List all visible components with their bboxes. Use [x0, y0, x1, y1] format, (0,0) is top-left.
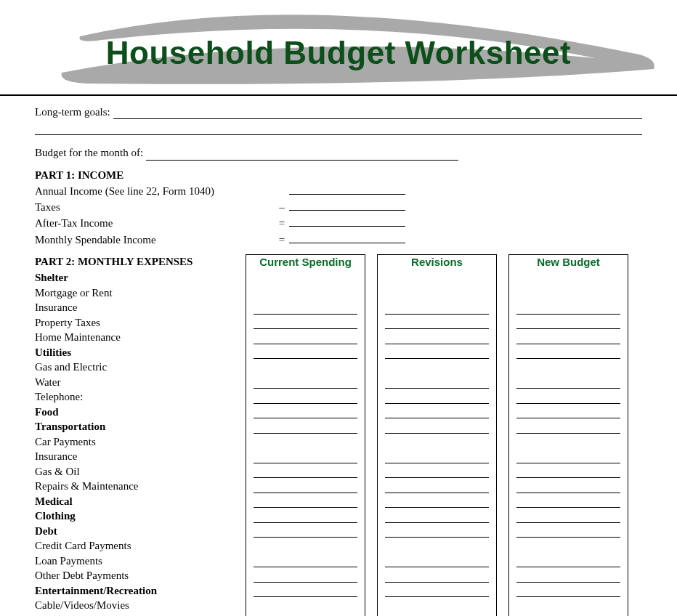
expense-blank[interactable] [254, 482, 357, 493]
expense-spacer [516, 538, 620, 553]
budget-month-field: Budget for the month of: [35, 145, 642, 160]
expense-spacer [254, 434, 357, 449]
income-section: Annual Income (See line 22, Form 1040)Ta… [35, 184, 642, 247]
expense-blank[interactable] [516, 453, 620, 463]
income-row: Monthly Spendable Income= [35, 232, 642, 247]
column-header: Revisions [385, 255, 489, 285]
expense-blank[interactable] [516, 527, 620, 538]
expense-blank[interactable] [516, 572, 620, 583]
expense-blank[interactable] [254, 453, 357, 463]
expense-blank[interactable] [254, 556, 357, 567]
expense-blank[interactable] [516, 378, 620, 389]
expense-blank[interactable] [385, 423, 489, 434]
income-blank[interactable] [289, 184, 405, 195]
expense-blank[interactable] [516, 393, 620, 404]
expense-item: Loan Payments [35, 554, 246, 569]
expense-item: Insurance [35, 300, 246, 315]
long-term-goals-label: Long-term goals: [35, 105, 113, 119]
new-budget-column: New Budget [508, 254, 628, 616]
expense-blank[interactable] [254, 467, 357, 478]
income-blank[interactable] [289, 216, 405, 227]
expense-item: Repairs & Maintenance [35, 479, 246, 494]
expense-blank[interactable] [254, 393, 357, 404]
expense-spacer [516, 434, 620, 449]
income-label: After-Tax Income [35, 216, 275, 230]
expense-blank[interactable] [254, 333, 357, 344]
expense-blank[interactable] [385, 378, 489, 389]
expense-spacer [385, 597, 489, 612]
expense-blank[interactable] [254, 512, 357, 523]
expense-spacer [516, 359, 620, 374]
expense-blank[interactable] [254, 497, 357, 508]
column-header: Current Spending [254, 255, 357, 285]
expense-blank[interactable] [516, 497, 620, 508]
income-label: Taxes [35, 200, 275, 214]
expense-blank[interactable] [254, 586, 357, 597]
current-spending-column: Current Spending [246, 254, 365, 616]
expense-spacer [385, 359, 489, 374]
expense-table: PART 2: MONTHLY EXPENSES ShelterMortgage… [35, 254, 642, 616]
expense-blank[interactable] [385, 572, 489, 583]
expense-blank[interactable] [385, 318, 489, 329]
page-title: Household Budget Worksheet [0, 35, 677, 71]
income-label: Monthly Spendable Income [35, 232, 275, 247]
expense-spacer [385, 285, 489, 300]
expense-blank[interactable] [385, 348, 489, 359]
expense-blank[interactable] [254, 348, 357, 359]
expense-blank[interactable] [385, 453, 489, 463]
long-term-goals-line2[interactable] [35, 122, 642, 135]
expense-blank[interactable] [254, 318, 357, 329]
expense-category: Clothing [35, 508, 246, 524]
expense-item: Water [35, 375, 246, 390]
expense-blank[interactable] [385, 586, 489, 597]
income-label: Annual Income (See line 22, Form 1040) [35, 184, 275, 198]
expense-blank[interactable] [516, 586, 620, 597]
expense-spacer [254, 359, 357, 374]
expense-blank[interactable] [254, 527, 357, 538]
expense-blank[interactable] [516, 333, 620, 344]
income-row: Taxes– [35, 200, 642, 214]
income-blank[interactable] [289, 200, 405, 211]
expense-blank[interactable] [254, 304, 357, 315]
expense-blank[interactable] [516, 348, 620, 359]
revisions-column: Revisions [377, 254, 497, 616]
expense-blank[interactable] [254, 408, 357, 418]
expense-blank[interactable] [385, 527, 489, 538]
expense-blank[interactable] [385, 482, 489, 493]
expense-blank[interactable] [385, 512, 489, 523]
expense-spacer [254, 538, 357, 553]
expense-blank[interactable] [385, 393, 489, 404]
expense-blank[interactable] [516, 423, 620, 434]
expense-blank[interactable] [385, 333, 489, 344]
expense-blank[interactable] [516, 556, 620, 567]
expense-blank[interactable] [516, 467, 620, 478]
expense-blank[interactable] [385, 497, 489, 508]
expense-item: Mortgage or Rent [35, 285, 246, 301]
expense-blank[interactable] [385, 467, 489, 478]
long-term-goals-line1[interactable] [113, 109, 642, 119]
income-operator [275, 184, 289, 198]
expense-blank[interactable] [254, 572, 357, 583]
income-row: After-Tax Income= [35, 216, 642, 230]
part2-heading: PART 2: MONTHLY EXPENSES [35, 254, 246, 270]
expense-blank[interactable] [516, 304, 620, 315]
budget-month-line[interactable] [146, 150, 458, 161]
expense-blank[interactable] [254, 378, 357, 389]
expense-category: Utilities [35, 345, 246, 360]
expense-blank[interactable] [516, 408, 620, 418]
expense-blank[interactable] [385, 408, 489, 418]
expense-blank[interactable] [516, 318, 620, 329]
worksheet-body: Long-term goals: Budget for the month of… [0, 96, 677, 616]
expense-item: Other Debt Payments [35, 568, 246, 583]
expense-blank[interactable] [385, 304, 489, 315]
part1-heading: PART 1: INCOME [35, 168, 642, 182]
expense-blank[interactable] [385, 556, 489, 567]
income-blank[interactable] [289, 232, 405, 243]
expense-blank[interactable] [516, 482, 620, 493]
expense-spacer [516, 285, 620, 300]
expense-category: Food [35, 405, 246, 420]
expense-blank[interactable] [516, 512, 620, 523]
expense-item: Gas and Electric [35, 360, 246, 375]
expense-blank[interactable] [254, 423, 357, 434]
expense-labels-column: PART 2: MONTHLY EXPENSES ShelterMortgage… [35, 254, 246, 616]
